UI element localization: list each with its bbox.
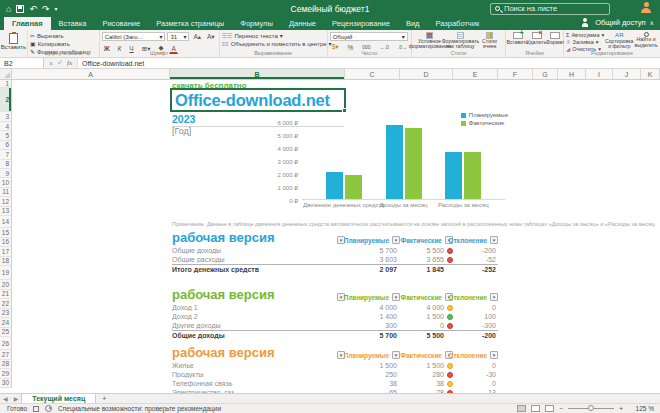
redo-icon[interactable]: ↷	[42, 4, 50, 14]
filter-dropdown-icon[interactable]: ▾	[392, 236, 400, 244]
row-header-7[interactable]: 7	[0, 150, 12, 159]
next-sheet-icon[interactable]: ▶	[11, 395, 22, 402]
column-header-B[interactable]: B	[170, 69, 345, 79]
row-header-14[interactable]: 14	[0, 216, 12, 228]
normal-view-button[interactable]	[517, 405, 526, 412]
copy-button[interactable]: ▣Копировать	[30, 40, 97, 47]
row-header-30[interactable]: 30	[0, 379, 12, 389]
insert-function-icon[interactable]: fx	[67, 59, 72, 67]
column-header-A[interactable]: A	[12, 69, 170, 79]
delete-cells-button[interactable]: Удалить	[527, 32, 546, 50]
number-format-select[interactable]: Общий▾	[330, 32, 408, 41]
search-input[interactable]: Поиск на листе	[490, 3, 610, 15]
row-header-24[interactable]: 24	[0, 318, 12, 328]
zoom-slider[interactable]	[568, 408, 614, 409]
merge-center-button[interactable]: Объединить и поместить в центре	[231, 41, 327, 47]
ribbon-tab-7[interactable]: Вид	[398, 17, 428, 30]
row-header-23[interactable]: 23	[0, 309, 12, 319]
filter-dropdown-icon[interactable]: ▾	[490, 236, 498, 244]
zoom-slider-knob[interactable]	[588, 405, 594, 411]
autosum-button[interactable]: ΣАвтосумма▾	[566, 32, 604, 38]
row-header-26[interactable]: 26	[0, 337, 12, 350]
ribbon-tab-0[interactable]: Главная	[4, 17, 51, 30]
font-name-select[interactable]: Calibri (Заго...▾	[102, 32, 166, 41]
accessibility-status[interactable]: Специальные возможности: проверьте реком…	[58, 405, 221, 412]
row-header-16[interactable]: 16	[0, 238, 12, 248]
indent-icons[interactable]: ≡≡	[222, 41, 229, 47]
name-box[interactable]: B2	[0, 58, 44, 68]
row-header-29[interactable]: 29	[0, 369, 12, 379]
format-as-table-button[interactable]: Форматировать как таблицу	[445, 32, 476, 50]
sort-filter-button[interactable]: АЯ Сортировка и фильтр	[606, 32, 632, 50]
row-header-27[interactable]: 27	[0, 350, 12, 360]
row-header-12[interactable]: 12	[0, 197, 12, 206]
find-select-button[interactable]: Найти и выделить	[634, 32, 658, 50]
filter-dropdown-icon[interactable]: ▾	[490, 351, 498, 359]
column-header-I[interactable]: I	[586, 69, 613, 79]
ribbon-tab-2[interactable]: Рисование	[94, 17, 148, 30]
enter-icon[interactable]: ✓	[57, 59, 63, 67]
row-header-5[interactable]: 5	[0, 131, 12, 140]
sheet-canvas[interactable]: 1234567891011121314151617181920212223242…	[0, 80, 660, 393]
column-header-E[interactable]: E	[453, 69, 498, 79]
row-header-20[interactable]: 20	[0, 280, 12, 290]
shrink-font-button[interactable]: A▾	[205, 32, 217, 42]
chart-bar[interactable]	[464, 152, 481, 200]
row-header-28[interactable]: 28	[0, 360, 12, 370]
row-header-13[interactable]: 13	[0, 207, 12, 216]
share-button[interactable]: Общий доступ ∧	[582, 18, 654, 27]
row-header-18[interactable]: 18	[0, 257, 12, 267]
add-sheet-button[interactable]: +	[96, 395, 112, 402]
align-icons[interactable]: ☰☰	[222, 32, 233, 39]
zoom-level[interactable]: 125 %	[628, 405, 654, 412]
chart-bar[interactable]	[386, 125, 403, 199]
fill-button[interactable]: ⇩Заливка▾	[566, 39, 604, 45]
chart-bar[interactable]	[445, 152, 462, 199]
cell-styles-button[interactable]: Стили ячеек	[476, 32, 503, 50]
conditional-formatting-button[interactable]: Условное форматирование	[414, 32, 445, 50]
budget-chart[interactable]: 6 000 ₽5 000 ₽4 000 ₽3 000 ₽2 000 ₽1 000…	[268, 112, 508, 216]
row-header-21[interactable]: 21	[0, 290, 12, 300]
ribbon-tab-4[interactable]: Формулы	[232, 17, 281, 30]
insert-cells-button[interactable]: Вставить	[508, 32, 527, 50]
save-icon[interactable]	[16, 5, 24, 13]
row-header-6[interactable]: 6	[0, 141, 12, 150]
account-avatar[interactable]	[640, 2, 652, 15]
chart-bar[interactable]	[405, 128, 422, 200]
undo-icon[interactable]: ↶	[29, 4, 37, 14]
chart-bar[interactable]	[345, 175, 362, 199]
ribbon-tab-1[interactable]: Вставка	[51, 17, 95, 30]
font-size-select[interactable]: 31▾	[167, 32, 189, 41]
page-break-view-button[interactable]	[545, 405, 554, 412]
filter-dropdown-icon[interactable]: ▾	[392, 351, 400, 359]
row-header-15[interactable]: 15	[0, 228, 12, 238]
cut-button[interactable]: ✂Вырезать	[30, 32, 97, 39]
sheet-tab-current-month[interactable]: Текущий месяц	[21, 394, 96, 403]
zoom-in-button[interactable]: +	[619, 405, 623, 412]
format-cells-button[interactable]: Формат	[546, 32, 564, 50]
ribbon-tab-3[interactable]: Разметка страницы	[148, 17, 232, 30]
row-header-17[interactable]: 17	[0, 247, 12, 257]
home-icon[interactable]: ⌂	[6, 4, 11, 14]
cancel-icon[interactable]: ×	[49, 60, 53, 67]
customize-qat-icon[interactable]: ▾	[55, 5, 58, 12]
ribbon-tab-5[interactable]: Данные	[281, 17, 324, 30]
row-header-1[interactable]: 1	[0, 80, 12, 88]
column-header-F[interactable]: F	[498, 69, 533, 79]
ribbon-tab-6[interactable]: Рецензирование	[324, 17, 398, 30]
prev-sheet-icon[interactable]: ◀	[0, 395, 11, 402]
column-header-G[interactable]: G	[533, 69, 558, 79]
column-header-C[interactable]: C	[345, 69, 400, 79]
column-header-H[interactable]: H	[558, 69, 586, 79]
ribbon-tab-8[interactable]: Разработчик	[427, 17, 487, 30]
row-header-11[interactable]: 11	[0, 188, 12, 197]
select-all-corner[interactable]	[0, 69, 12, 79]
formula-input[interactable]: Office-download.net	[77, 58, 660, 68]
collapse-ribbon-icon[interactable]: ∧	[650, 19, 654, 26]
row-header-25[interactable]: 25	[0, 328, 12, 338]
column-header-D[interactable]: D	[400, 69, 453, 79]
row-header-4[interactable]: 4	[0, 122, 12, 131]
column-header-J[interactable]: J	[613, 69, 641, 79]
row-header-8[interactable]: 8	[0, 160, 12, 169]
row-header-3[interactable]: 3	[0, 112, 12, 122]
